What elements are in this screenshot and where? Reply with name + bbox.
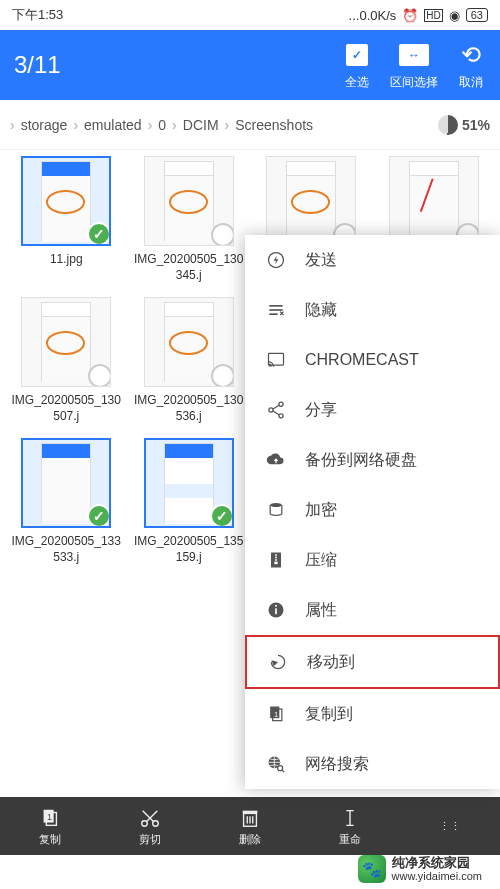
breadcrumb-item[interactable]: emulated (84, 117, 142, 133)
file-item[interactable]: ✓ IMG_20200505_135159.j (129, 432, 250, 571)
svg-point-7 (269, 408, 273, 412)
menu-move-to[interactable]: 移动到 (245, 635, 500, 689)
copy-icon: 1 (265, 703, 287, 725)
svg-rect-12 (275, 554, 277, 556)
bottom-label: 剪切 (139, 832, 161, 847)
breadcrumb[interactable]: › storage › emulated › 0 › DCIM › Screen… (0, 100, 500, 150)
globe-search-icon (265, 753, 287, 775)
delete-button[interactable]: 删除 (238, 806, 262, 847)
file-item[interactable]: IMG_20200505_130507.j (6, 291, 127, 430)
svg-rect-3 (269, 313, 277, 315)
battery-indicator: 63 (466, 8, 488, 22)
chevron-icon: › (148, 117, 153, 133)
unselected-circle-icon (88, 364, 111, 387)
copy-button[interactable]: 1 复制 (38, 806, 62, 847)
copy-icon: 1 (38, 806, 62, 830)
context-menu: 发送 隐藏 CHROMECAST 分享 备份到网络硬盘 加密 压缩 属性 移动到… (245, 235, 500, 789)
file-name: IMG_20200505_135159.j (134, 534, 244, 565)
menu-encrypt[interactable]: 加密 (245, 485, 500, 535)
selection-top-bar: 3/11 ✓ 全选 ↔ 区间选择 ⟲ 取消 (0, 30, 500, 100)
cancel-button[interactable]: ⟲ 取消 (456, 40, 486, 91)
watermark-badge: 🐾 (358, 855, 386, 883)
file-name: IMG_20200505_130507.j (11, 393, 121, 424)
menu-label: 发送 (305, 250, 337, 271)
menu-label: 备份到网络硬盘 (305, 450, 417, 471)
menu-label: 属性 (305, 600, 337, 621)
svg-point-18 (275, 605, 277, 607)
range-select-label: 区间选择 (390, 74, 438, 91)
svg-rect-10 (274, 510, 279, 514)
pie-icon (438, 115, 458, 135)
menu-send[interactable]: 发送 (245, 235, 500, 285)
status-bar: 下午1:53 ...0.0K/s ⏰ HD ◉ 63 (0, 0, 500, 30)
file-item[interactable]: ✓ 11.jpg (6, 150, 127, 289)
breadcrumb-item[interactable]: DCIM (183, 117, 219, 133)
file-item[interactable]: IMG_20200505_130345.j (129, 150, 250, 289)
storage-indicator[interactable]: 51% (438, 115, 490, 135)
file-item[interactable]: ✓ IMG_20200505_133533.j (6, 432, 127, 571)
hide-icon (265, 299, 287, 321)
svg-text:1: 1 (274, 711, 278, 718)
chevron-icon: › (10, 117, 15, 133)
bottom-action-bar: 1 复制 剪切 删除 重命 ⋮⋮ (0, 797, 500, 855)
file-item[interactable]: IMG_20200505_130536.j (129, 291, 250, 430)
menu-web-search[interactable]: 网络搜索 (245, 739, 500, 789)
menu-share[interactable]: 分享 (245, 385, 500, 435)
undo-icon: ⟲ (461, 41, 481, 69)
storage-percent: 51% (462, 117, 490, 133)
menu-label: 隐藏 (305, 300, 337, 321)
menu-label: 复制到 (305, 704, 353, 725)
unselected-circle-icon (211, 223, 234, 246)
cut-button[interactable]: 剪切 (138, 806, 162, 847)
unselected-circle-icon (211, 364, 234, 387)
breadcrumb-item[interactable]: 0 (158, 117, 166, 133)
chevron-icon: › (73, 117, 78, 133)
breadcrumb-item[interactable]: storage (21, 117, 68, 133)
cast-icon (265, 349, 287, 371)
file-name: IMG_20200505_130345.j (134, 252, 244, 283)
selected-check-icon: ✓ (87, 222, 111, 246)
cancel-label: 取消 (459, 74, 483, 91)
watermark-sub: www.yidaimei.com (392, 870, 482, 882)
file-name: IMG_20200505_130536.j (134, 393, 244, 424)
svg-rect-2 (269, 309, 282, 311)
menu-label: 分享 (305, 400, 337, 421)
breadcrumb-item[interactable]: Screenshots (235, 117, 313, 133)
bottom-label: 删除 (239, 832, 261, 847)
menu-label: 压缩 (305, 550, 337, 571)
svg-point-5 (269, 365, 271, 367)
alarm-icon: ⏰ (402, 8, 418, 23)
select-all-label: 全选 (345, 74, 369, 91)
svg-point-9 (270, 503, 282, 507)
menu-chromecast[interactable]: CHROMECAST (245, 335, 500, 385)
svg-rect-13 (275, 557, 277, 559)
chevron-icon: › (225, 117, 230, 133)
menu-copy-to[interactable]: 1 复制到 (245, 689, 500, 739)
file-name: IMG_20200505_133533.j (11, 534, 121, 565)
checkbox-icon: ✓ (346, 44, 368, 66)
menu-label: 移动到 (307, 652, 355, 673)
svg-rect-4 (269, 353, 284, 365)
selected-check-icon: ✓ (210, 504, 234, 528)
more-button[interactable]: ⋮⋮ (438, 814, 462, 838)
scissors-icon (138, 806, 162, 830)
paw-icon: ⋮⋮ (438, 814, 462, 838)
rename-button[interactable]: 重命 (338, 806, 362, 847)
bolt-icon (265, 249, 287, 271)
menu-hide[interactable]: 隐藏 (245, 285, 500, 335)
menu-compress[interactable]: 压缩 (245, 535, 500, 585)
menu-properties[interactable]: 属性 (245, 585, 500, 635)
select-all-button[interactable]: ✓ 全选 (342, 40, 372, 91)
watermark-main: 纯净系统家园 (392, 856, 482, 870)
svg-rect-15 (274, 562, 277, 565)
svg-point-8 (279, 414, 283, 418)
cloud-upload-icon (265, 449, 287, 471)
swap-icon: ↔ (399, 44, 429, 66)
svg-text:1: 1 (47, 812, 52, 821)
menu-backup[interactable]: 备份到网络硬盘 (245, 435, 500, 485)
svg-rect-14 (275, 559, 277, 561)
menu-label: 加密 (305, 500, 337, 521)
status-speed: ...0.0K/s (349, 8, 397, 23)
hd-icon: HD (424, 9, 442, 22)
range-select-button[interactable]: ↔ 区间选择 (390, 40, 438, 91)
